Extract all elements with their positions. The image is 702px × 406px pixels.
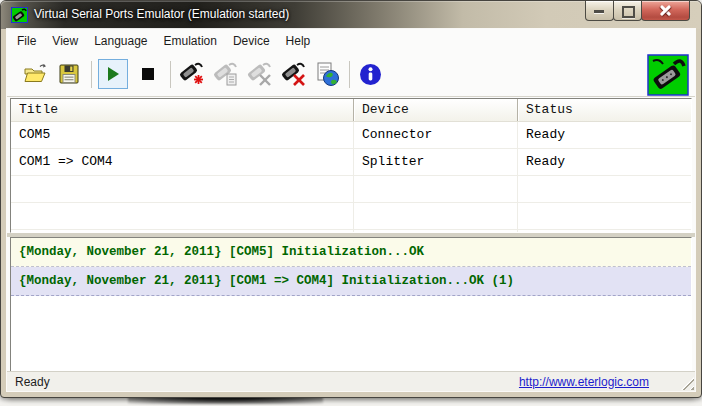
- toolbar-separator: [349, 61, 350, 88]
- eterlogic-link[interactable]: http://www.eterlogic.com: [519, 375, 649, 389]
- menu-help[interactable]: Help: [278, 31, 319, 51]
- log-entry[interactable]: {Monday, November 21, 2011} [COM5] Initi…: [11, 238, 691, 267]
- save-button[interactable]: [55, 59, 83, 89]
- language-button[interactable]: [313, 59, 341, 89]
- delete-device-icon: [246, 61, 272, 87]
- log-panel: {Monday, November 21, 2011} [COM5] Initi…: [10, 237, 692, 374]
- log-entry[interactable]: {Monday, November 21, 2011} [COM1 => COM…: [11, 267, 691, 296]
- title-bar[interactable]: Virtual Serial Ports Emulator (Emulation…: [1, 1, 701, 29]
- delete-all-devices-button[interactable]: [279, 59, 307, 89]
- cell-device: Connector: [354, 122, 518, 148]
- toolbar-separator: [170, 61, 171, 88]
- app-logo-icon: [647, 54, 689, 96]
- table-row-empty[interactable]: [11, 176, 691, 203]
- table-row-empty[interactable]: [11, 203, 691, 230]
- toolbar: [7, 52, 695, 97]
- screenshot-stage: Virtual Serial Ports Emulator (Emulation…: [0, 0, 702, 406]
- start-emulation-icon: [104, 65, 122, 83]
- column-header-title[interactable]: Title: [11, 99, 354, 121]
- menu-file[interactable]: File: [9, 31, 44, 51]
- menu-emulation[interactable]: Emulation: [156, 31, 225, 51]
- table-row-com1-com4[interactable]: COM1 => COM4 Splitter Ready: [11, 149, 691, 176]
- status-text: Ready: [7, 375, 519, 389]
- menu-bar: File View Language Emulation Device Help: [7, 30, 695, 52]
- language-icon: [314, 61, 340, 87]
- minimize-icon: [594, 10, 604, 13]
- table-header: Title Device Status: [11, 99, 691, 122]
- app-icon[interactable]: [11, 7, 28, 23]
- device-properties-button-disabled[interactable]: [211, 59, 239, 89]
- open-button[interactable]: [21, 59, 49, 89]
- app-window: Virtual Serial Ports Emulator (Emulation…: [0, 0, 702, 398]
- menu-language[interactable]: Language: [86, 31, 155, 51]
- stop-emulation-button[interactable]: [134, 59, 162, 89]
- minimize-button[interactable]: [585, 1, 614, 21]
- delete-device-button-disabled[interactable]: [245, 59, 273, 89]
- delete-all-devices-icon: [280, 61, 306, 87]
- create-device-icon: [178, 61, 204, 87]
- status-bar: Ready http://www.eterlogic.com: [7, 371, 695, 391]
- table-row-com5[interactable]: COM5 Connector Ready: [11, 122, 691, 149]
- close-button[interactable]: [641, 1, 690, 21]
- cell-status: Ready: [518, 122, 691, 148]
- client-area: File View Language Emulation Device Help: [7, 29, 695, 391]
- stop-emulation-icon: [141, 67, 155, 81]
- device-table: Title Device Status COM5 Connector Ready…: [10, 98, 692, 233]
- about-button[interactable]: [356, 59, 384, 89]
- open-folder-icon: [23, 62, 47, 86]
- create-device-button[interactable]: [177, 59, 205, 89]
- column-header-device[interactable]: Device: [354, 99, 518, 121]
- maximize-button[interactable]: [613, 1, 642, 21]
- toolbar-separator: [91, 61, 92, 88]
- save-icon: [58, 63, 80, 85]
- cell-title: COM5: [11, 122, 354, 148]
- window-controls: [586, 1, 690, 21]
- resize-grip[interactable]: [681, 377, 694, 390]
- cell-status: Ready: [518, 149, 691, 175]
- start-emulation-button[interactable]: [98, 59, 128, 89]
- cell-device: Splitter: [354, 149, 518, 175]
- maximize-icon: [622, 6, 635, 18]
- about-icon: [359, 63, 382, 86]
- menu-device[interactable]: Device: [225, 31, 278, 51]
- cell-title: COM1 => COM4: [11, 149, 354, 175]
- column-header-status[interactable]: Status: [518, 99, 691, 121]
- window-title: Virtual Serial Ports Emulator (Emulation…: [34, 7, 289, 21]
- device-properties-icon: [212, 61, 238, 87]
- menu-view[interactable]: View: [44, 31, 86, 51]
